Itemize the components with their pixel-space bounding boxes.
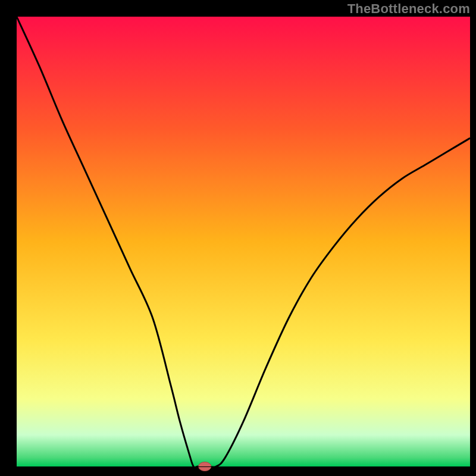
bottleneck-chart: TheBottleneck.com — [0, 0, 476, 476]
watermark-text: TheBottleneck.com — [347, 1, 470, 17]
plot-gradient — [17, 17, 470, 466]
chart-svg — [0, 0, 476, 476]
